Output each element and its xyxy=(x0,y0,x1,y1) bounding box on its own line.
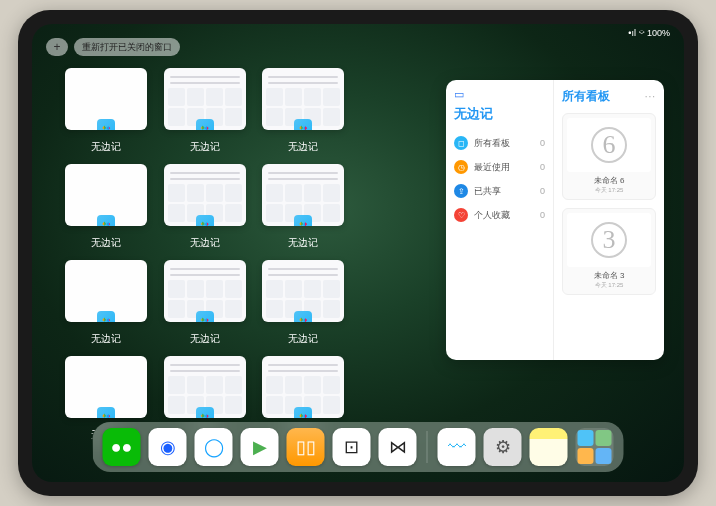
freeform-app-icon xyxy=(97,215,115,226)
screen: •ıl ⌔ 100% + 重新打开已关闭的窗口 无边记无边记无边记无边记无边记无… xyxy=(32,24,684,482)
settings-icon[interactable]: ⚙ xyxy=(484,428,522,466)
freeform-panel: ▭ 无边记 ◻所有看板0◷最近使用0⇪已共享0♡个人收藏0 所有看板 ··· 6… xyxy=(446,80,664,360)
sidebar-item[interactable]: ⇪已共享0 xyxy=(454,179,545,203)
freeform-app-icon xyxy=(97,407,115,418)
app-window[interactable]: 无边记 xyxy=(163,260,248,346)
sidebar-item[interactable]: ◻所有看板0 xyxy=(454,131,545,155)
app-window-label: 无边记 xyxy=(190,332,220,346)
battery-status: 100% xyxy=(647,28,670,38)
app-library-icon[interactable] xyxy=(576,428,614,466)
freeform-app-icon xyxy=(97,311,115,322)
dock: ●●◉◯▶▯▯⊡⋈〰⚙ xyxy=(93,422,624,472)
freeform-app-icon xyxy=(196,215,214,226)
board-card[interactable]: 3未命名 3今天 17:25 xyxy=(562,208,656,295)
panel-sidebar: ▭ 无边记 ◻所有看板0◷最近使用0⇪已共享0♡个人收藏0 xyxy=(446,80,554,360)
status-bar: •ıl ⌔ 100% xyxy=(628,28,670,38)
sidebar-item-count: 0 xyxy=(540,210,545,220)
sidebar-item-label: 最近使用 xyxy=(474,161,510,174)
sidebar-item-label: 个人收藏 xyxy=(474,209,510,222)
freeform-app-icon xyxy=(294,215,312,226)
freeform-app-icon xyxy=(196,407,214,418)
app-window-label: 无边记 xyxy=(91,332,121,346)
sidebar-item-icon: ♡ xyxy=(454,208,468,222)
sidebar-item[interactable]: ◷最近使用0 xyxy=(454,155,545,179)
freeform-app-icon xyxy=(196,311,214,322)
new-window-button[interactable]: + xyxy=(46,38,68,56)
panel-app-title: 无边记 xyxy=(454,105,545,123)
sidebar-item-label: 所有看板 xyxy=(474,137,510,150)
app-window[interactable]: 无边记 xyxy=(64,68,149,154)
notes-icon[interactable] xyxy=(530,428,568,466)
freeform-app-icon xyxy=(294,311,312,322)
reopen-closed-window-button[interactable]: 重新打开已关闭的窗口 xyxy=(74,38,180,56)
app-window-label: 无边记 xyxy=(190,140,220,154)
board-label: 未命名 3 xyxy=(567,270,651,281)
sidebar-item-icon: ◷ xyxy=(454,160,468,174)
connect-icon[interactable]: ⋈ xyxy=(379,428,417,466)
app-window[interactable]: 无边记 xyxy=(261,164,346,250)
app-window-label: 无边记 xyxy=(288,140,318,154)
wechat-icon[interactable]: ●● xyxy=(103,428,141,466)
panel-content: 所有看板 ··· 6未命名 6今天 17:253未命名 3今天 17:25 xyxy=(554,80,664,360)
app-window-label: 无边记 xyxy=(288,332,318,346)
freeform-app-icon xyxy=(97,119,115,130)
dock-separator xyxy=(427,431,428,463)
sidebar-item-count: 0 xyxy=(540,138,545,148)
board-scribble: 3 xyxy=(591,222,627,258)
browser-icon[interactable]: ◉ xyxy=(149,428,187,466)
play-icon[interactable]: ▶ xyxy=(241,428,279,466)
sidebar-item-label: 已共享 xyxy=(474,185,501,198)
sidebar-toggle-icon[interactable]: ▭ xyxy=(454,88,464,101)
freeform-app-icon xyxy=(294,119,312,130)
wifi-icon: ⌔ xyxy=(639,28,644,38)
freeform-icon[interactable]: 〰 xyxy=(438,428,476,466)
panel-section-title: 所有看板 xyxy=(562,88,610,105)
top-controls: + 重新打开已关闭的窗口 xyxy=(46,38,180,56)
sidebar-item[interactable]: ♡个人收藏0 xyxy=(454,203,545,227)
board-card[interactable]: 6未命名 6今天 17:25 xyxy=(562,113,656,200)
sidebar-item-count: 0 xyxy=(540,186,545,196)
ipad-device-frame: •ıl ⌔ 100% + 重新打开已关闭的窗口 无边记无边记无边记无边记无边记无… xyxy=(18,10,698,496)
sidebar-item-icon: ◻ xyxy=(454,136,468,150)
board-scribble: 6 xyxy=(591,127,627,163)
signal-icon: •ıl xyxy=(628,28,636,38)
app-window[interactable]: 无边记 xyxy=(64,260,149,346)
freeform-app-icon xyxy=(196,119,214,130)
dice-icon[interactable]: ⊡ xyxy=(333,428,371,466)
app-windows-grid: 无边记无边记无边记无边记无边记无边记无边记无边记无边记无边记无边记无边记 xyxy=(64,68,444,442)
freeform-app-icon xyxy=(294,407,312,418)
app-window[interactable]: 无边记 xyxy=(261,260,346,346)
app-window[interactable]: 无边记 xyxy=(64,164,149,250)
sidebar-item-count: 0 xyxy=(540,162,545,172)
app-window[interactable]: 无边记 xyxy=(261,68,346,154)
app-window-label: 无边记 xyxy=(91,236,121,250)
books-icon[interactable]: ▯▯ xyxy=(287,428,325,466)
board-timestamp: 今天 17:25 xyxy=(567,186,651,195)
app-window[interactable]: 无边记 xyxy=(163,164,248,250)
sidebar-item-icon: ⇪ xyxy=(454,184,468,198)
board-label: 未命名 6 xyxy=(567,175,651,186)
app-window-label: 无边记 xyxy=(190,236,220,250)
app-window-label: 无边记 xyxy=(91,140,121,154)
more-icon[interactable]: ··· xyxy=(645,91,656,102)
app-window-label: 无边记 xyxy=(288,236,318,250)
qq-browser-icon[interactable]: ◯ xyxy=(195,428,233,466)
app-window[interactable]: 无边记 xyxy=(163,68,248,154)
board-timestamp: 今天 17:25 xyxy=(567,281,651,290)
